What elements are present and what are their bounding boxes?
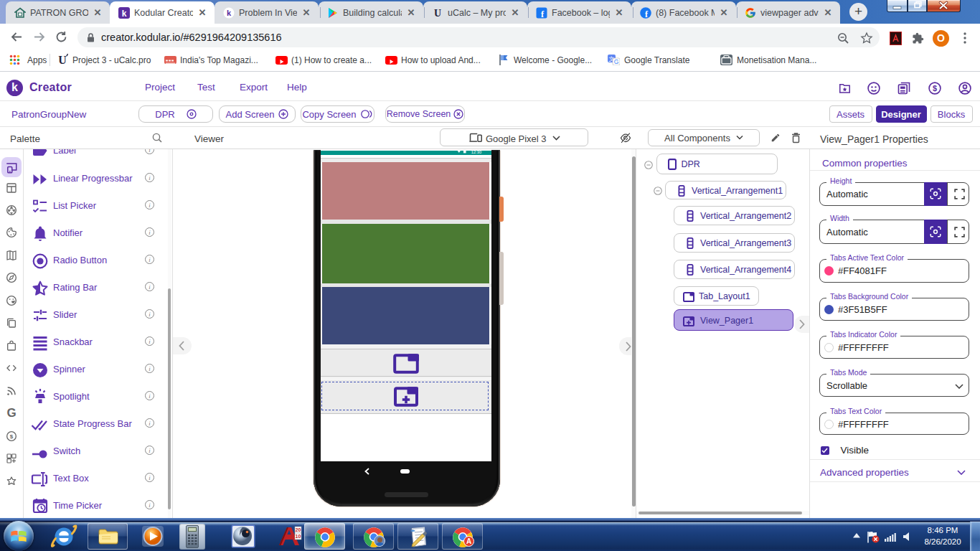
svg-text:k: k [122, 8, 127, 18]
svg-text:U: U [434, 8, 441, 19]
svg-text:G: G [614, 58, 619, 65]
svg-text:U: U [58, 54, 67, 66]
svg-text:$: $ [10, 433, 14, 440]
svg-text:12:30: 12:30 [471, 150, 482, 154]
svg-text:20: 20 [296, 527, 301, 532]
svg-text:10: 10 [296, 534, 301, 539]
svg-text:k: k [227, 9, 232, 17]
svg-text:$: $ [933, 84, 937, 93]
